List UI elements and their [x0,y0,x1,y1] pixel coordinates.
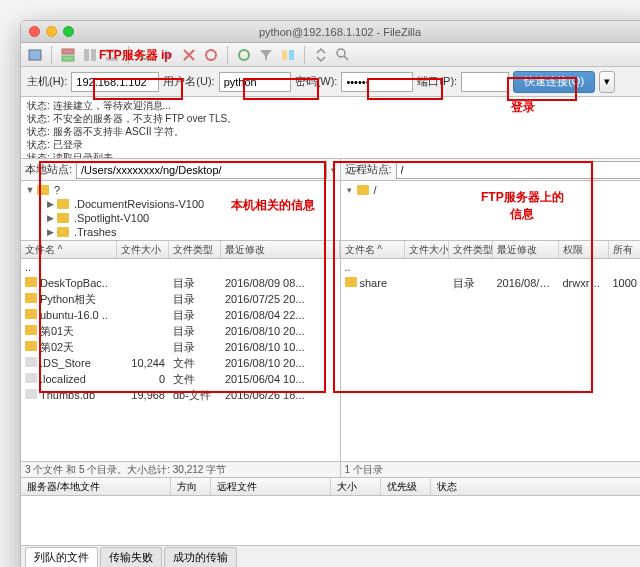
log-pane[interactable]: 状态: 连接建立，等待欢迎消息... 状态: 不安全的服务器，不支持 FTP o… [21,97,640,159]
tab-queued[interactable]: 列队的文件 [25,547,98,567]
queue-tabs: 列队的文件 传输失败 成功的传输 [21,546,640,567]
qcol-remote[interactable]: 远程文件 [211,478,331,495]
svg-rect-9 [282,50,287,60]
minimize-icon[interactable] [46,26,57,37]
close-icon[interactable] [29,26,40,37]
togglequeue-icon[interactable] [104,47,120,63]
col-name[interactable]: 文件名 ^ [341,241,405,258]
col-mod[interactable]: 最近修改 [493,241,559,258]
list-item[interactable]: 第02天目录2016/08/10 10... [21,339,340,355]
file-icon [25,389,37,399]
toggletree-icon[interactable] [82,47,98,63]
folder-icon [345,277,357,287]
sync-icon[interactable] [313,47,329,63]
compare-icon[interactable] [280,47,296,63]
file-icon [25,357,37,367]
quickconnect-button[interactable]: 快速连接(Q) [513,71,595,93]
col-type[interactable]: 文件类型 [449,241,493,258]
togglelog-icon[interactable] [60,47,76,63]
folder-icon [25,309,37,319]
log-line: 状态: 不安全的服务器，不支持 FTP over TLS。 [27,112,640,125]
svg-point-11 [337,49,345,57]
host-label: 主机(H): [27,74,67,89]
list-item[interactable]: .. [341,259,641,275]
list-item[interactable]: share目录2016/08/11 ...drwxrwxr...1000 [341,275,641,291]
log-line: 状态: 连接建立，等待欢迎消息... [27,99,640,112]
svg-rect-1 [62,49,74,54]
col-name[interactable]: 文件名 ^ [21,241,117,258]
filezilla-window: FTP服务器 ip 登录 本机相关的信息 FTP服务器上的 信息 python@… [20,20,640,567]
refresh-icon[interactable] [137,47,153,63]
connection-bar: 主机(H): 用户名(U): 密码(W): 端口(P): 快速连接(Q) ▾ [21,67,640,97]
panes: 本地站点: ▾ ▼? ▶.DocumentRevisions-V100 ▶.Sp… [21,159,640,478]
col-mod[interactable]: 最近修改 [221,241,340,258]
svg-line-12 [344,56,348,60]
remote-status: 1 个目录 [341,461,641,477]
port-input[interactable] [461,72,509,92]
list-item[interactable]: Thumbs.db19,968db-文件2016/06/26 18... [21,387,340,403]
chevron-down-icon: ▾ [604,75,610,88]
qcol-server[interactable]: 服务器/本地文件 [21,478,171,495]
filter-icon[interactable] [258,47,274,63]
tree-item: ▶.DocumentRevisions-V100 [25,197,336,211]
svg-point-7 [206,50,216,60]
col-size[interactable]: 文件大小 [117,241,169,258]
list-item[interactable]: .DS_Store10,244文件2016/08/10 20... [21,355,340,371]
tree-item: ▾/ [345,183,641,197]
window-title: python@192.168.1.102 - FileZilla [29,26,640,38]
qcol-dir[interactable]: 方向 [171,478,211,495]
tree-item: ▶.Spotlight-V100 [25,211,336,225]
chevron-down-icon[interactable]: ▾ [331,165,336,175]
local-list-header[interactable]: 文件名 ^ 文件大小 文件类型 最近修改 [21,241,340,259]
file-icon [25,373,37,383]
zoom-icon[interactable] [63,26,74,37]
pass-input[interactable] [341,72,413,92]
qcol-stat[interactable]: 状态 [431,478,640,495]
list-item[interactable]: DeskTopBac..目录2016/08/09 08... [21,275,340,291]
cancel-icon[interactable] [181,47,197,63]
port-label: 端口(P): [417,74,457,89]
svg-rect-10 [289,50,294,60]
user-input[interactable] [219,72,291,92]
disconnect-icon[interactable] [203,47,219,63]
list-item[interactable]: .. [21,259,340,275]
log-line: 状态: 读取目录列表... [27,151,640,159]
user-label: 用户名(U): [163,74,214,89]
host-input[interactable] [71,72,159,92]
list-item[interactable]: .localized0文件2015/06/04 10... [21,371,340,387]
list-item[interactable]: 第01天目录2016/08/10 20... [21,323,340,339]
queue-header[interactable]: 服务器/本地文件 方向 远程文件 大小 优先级 状态 [21,478,640,496]
folder-icon [357,185,369,195]
pass-label: 密码(W): [295,74,338,89]
remote-filelist[interactable]: ..share目录2016/08/11 ...drwxrwxr...1000 [341,259,641,461]
log-line: 状态: 服务器不支持非 ASCII 字符。 [27,125,640,138]
queue-list[interactable] [21,496,640,546]
local-filelist[interactable]: ..DeskTopBac..目录2016/08/09 08...Python相关… [21,259,340,461]
local-tree[interactable]: ▼? ▶.DocumentRevisions-V100 ▶.Spotlight-… [21,181,340,241]
titlebar: python@192.168.1.102 - FileZilla [21,21,640,43]
svg-rect-5 [106,49,118,53]
remote-list-header[interactable]: 文件名 ^ 文件大小 文件类型 最近修改 权限 所有 [341,241,641,259]
col-type[interactable]: 文件类型 [169,241,221,258]
list-item[interactable]: Python相关目录2016/07/25 20... [21,291,340,307]
remote-path-input[interactable] [396,161,640,179]
col-perm[interactable]: 权限 [559,241,609,258]
qcol-size[interactable]: 大小 [331,478,381,495]
tab-success[interactable]: 成功的传输 [164,547,237,567]
qcol-prio[interactable]: 优先级 [381,478,431,495]
col-size[interactable]: 文件大小 [405,241,449,258]
search-icon[interactable] [335,47,351,63]
tab-failed[interactable]: 传输失败 [100,547,162,567]
list-item[interactable]: ubuntu-16.0 ..目录2016/08/04 22... [21,307,340,323]
local-status: 3 个文件 和 5 个目录。大小总计: 30,212 字节 [21,461,340,477]
quickconnect-dropdown[interactable]: ▾ [599,71,615,93]
col-owner[interactable]: 所有 [609,241,641,258]
local-pane: 本地站点: ▾ ▼? ▶.DocumentRevisions-V100 ▶.Sp… [21,159,341,477]
tree-item: ▼? [25,183,336,197]
reconnect-icon[interactable] [236,47,252,63]
sitemanager-icon[interactable] [27,47,43,63]
log-line: 状态: 已登录 [27,138,640,151]
remote-tree[interactable]: ▾/ [341,181,641,241]
processqueue-icon[interactable] [159,47,175,63]
local-path-input[interactable] [76,161,326,179]
